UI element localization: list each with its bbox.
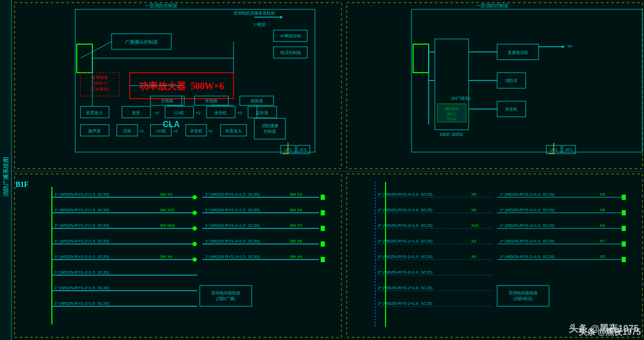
main-canvas: 头条 @黑夜1975 [0,0,644,340]
watermark: 头条 @黑夜1975 [569,322,639,335]
